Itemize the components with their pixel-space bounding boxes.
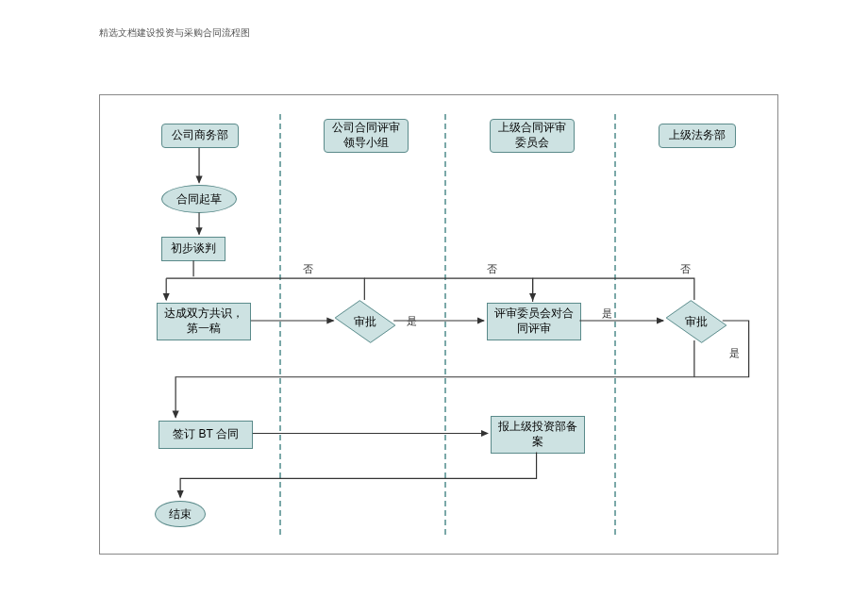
node-approval-2: 审批 <box>671 304 722 340</box>
node-sign-bt-contract: 签订 BT 合同 <box>159 421 253 449</box>
node-consensus-first-draft: 达成双方共识，第一稿 <box>157 303 251 340</box>
edge-label-yes-1: 是 <box>407 314 417 328</box>
node-report-filing: 报上级投资部备案 <box>491 416 585 454</box>
lane-header-company-commerce: 公司商务部 <box>161 124 239 148</box>
node-committee-review: 评审委员会对合同评审 <box>487 303 581 340</box>
diamond-label: 审批 <box>671 304 722 340</box>
edge-label-no-3: 否 <box>680 262 691 276</box>
edge-label-yes-3: 是 <box>729 346 740 360</box>
lane-divider <box>614 114 616 535</box>
node-end: 结束 <box>155 501 206 527</box>
lane-header-review-committee: 上级合同评审委员会 <box>490 119 575 153</box>
flowchart-diagram: 公司商务部 公司合同评审领导小组 上级合同评审委员会 上级法务部 合同起草 初步… <box>99 94 778 555</box>
node-initial-negotiation: 初步谈判 <box>161 237 225 261</box>
lane-divider <box>444 114 446 535</box>
edge-label-yes-2: 是 <box>602 306 612 321</box>
edge-label-no-2: 否 <box>487 262 497 276</box>
lane-divider <box>279 114 281 535</box>
edge-label-no-1: 否 <box>303 262 313 276</box>
node-approval-1: 审批 <box>340 304 391 340</box>
page-title: 精选文档建设投资与采购合同流程图 <box>99 26 250 40</box>
lane-header-legal: 上级法务部 <box>659 124 736 148</box>
lane-header-review-group: 公司合同评审领导小组 <box>324 119 409 153</box>
diamond-label: 审批 <box>340 304 391 340</box>
node-contract-draft: 合同起草 <box>161 185 237 213</box>
